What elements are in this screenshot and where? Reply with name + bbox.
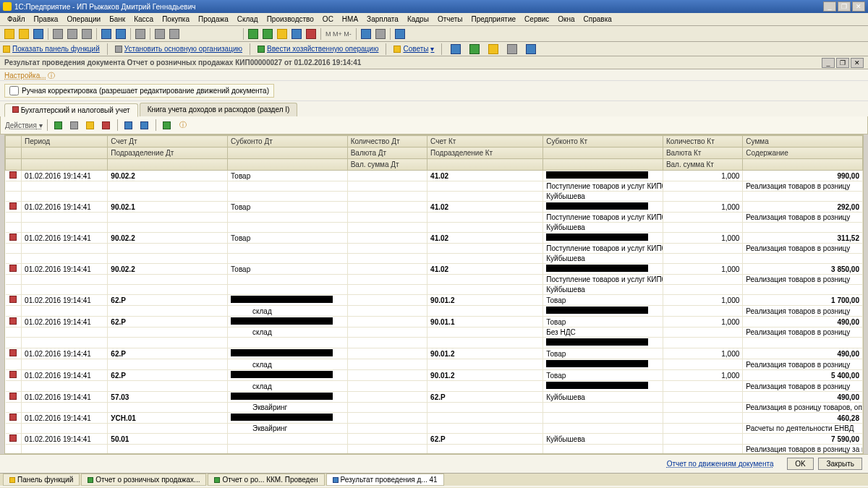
table-row[interactable]: 01.02.2016 19:14:41 50.01 62.Р Куйбышева…	[6, 434, 863, 445]
table-row[interactable]: 01.02.2016 19:14:41 90.02.2 Товар 41.02 …	[6, 233, 863, 244]
table-row[interactable]: Куйбышева	[6, 192, 863, 202]
table-row[interactable]: 01.02.2016 19:14:41 57.03 62.Р Куйбышева…	[6, 392, 863, 403]
link-tips[interactable]: Советы ▾	[393, 45, 434, 53]
tb-a4[interactable]	[290, 27, 303, 40]
table-row[interactable]: Поступление товаров и услуг КИП00000071 …	[6, 275, 863, 285]
manual-correction-input[interactable]	[9, 86, 19, 95]
grid-up[interactable]	[122, 119, 135, 132]
tb-undo[interactable]	[100, 27, 113, 40]
tab-accounting[interactable]: Бухгалтерский и налоговый учет	[4, 103, 138, 117]
tb-a2[interactable]	[261, 27, 274, 40]
btab-panel[interactable]: Панель функций	[3, 474, 80, 486]
menu-spravka[interactable]: Справка	[579, 14, 616, 25]
tb-a5[interactable]	[305, 27, 318, 40]
tb-a1[interactable]	[247, 27, 260, 40]
tb-c2[interactable]	[468, 43, 481, 56]
doc-restore[interactable]: ❐	[836, 58, 849, 68]
minimize-button[interactable]: _	[823, 1, 836, 12]
table-row[interactable]: Поступление товаров и услуг КИП00000256 …	[6, 244, 863, 254]
table-row[interactable]: 01.02.2016 19:14:41 90.02.2 Товар 41.02 …	[6, 264, 863, 275]
maximize-button[interactable]: ❐	[838, 1, 851, 12]
link-oper[interactable]: Ввести хозяйственную операцию	[258, 45, 378, 53]
table-row[interactable]: Куйбышева	[6, 254, 863, 264]
menu-proizvodstvo[interactable]: Производство	[263, 14, 318, 25]
menu-okna[interactable]: Окна	[553, 14, 579, 25]
grid-add[interactable]	[52, 119, 65, 132]
tb-help[interactable]	[393, 27, 407, 40]
table-row[interactable]: 01.02.2016 19:14:41 62.Р 90.01.2 Товар 1…	[6, 295, 863, 306]
table-row[interactable]	[6, 338, 863, 348]
doc-minimize[interactable]: _	[822, 58, 835, 68]
close-button[interactable]: Закрыть	[818, 458, 862, 470]
ok-button[interactable]: OK	[787, 458, 813, 470]
table-row[interactable]: Эквайринг Реализация в розницу товаров, …	[6, 403, 863, 413]
tb-paste[interactable]	[80, 27, 93, 40]
menu-predpriyatie[interactable]: Предприятие	[467, 14, 520, 25]
tb-new[interactable]	[3, 27, 16, 40]
table-row[interactable]: 01.02.2016 19:14:41 УСН.01 460,28	[6, 413, 863, 424]
link-panel[interactable]: Показать панель функций	[3, 45, 100, 53]
tb-save[interactable]	[32, 27, 45, 40]
table-row[interactable]: 01.02.2016 19:14:41 90.02.2 Товар 41.02 …	[6, 171, 863, 181]
table-row[interactable]: Реализация товаров в розницу за наличную…	[6, 445, 863, 455]
btab-report2[interactable]: Отчет о ро... ККМ. Проведен	[208, 474, 324, 486]
tb-search[interactable]	[134, 27, 147, 40]
grid-copy[interactable]	[68, 119, 81, 132]
tb-redo[interactable]	[114, 27, 127, 40]
doc-close[interactable]: ✕	[851, 58, 864, 68]
btab-report1[interactable]: Отчет о розничных продажах...	[81, 474, 206, 486]
grid-down[interactable]	[138, 119, 151, 132]
menu-file[interactable]: Файл	[3, 14, 30, 25]
menu-bank[interactable]: Банк	[105, 14, 129, 25]
menu-edit[interactable]: Правка	[30, 14, 63, 25]
table-row[interactable]: Поступление товаров и услуг КИП00000130 …	[6, 213, 863, 223]
report-link[interactable]: Отчет по движениям документа	[667, 460, 774, 468]
menu-servis[interactable]: Сервис	[520, 14, 553, 25]
tb-c4[interactable]	[506, 43, 519, 56]
menu-kassa[interactable]: Касса	[129, 14, 158, 25]
menu-kadry[interactable]: Кадры	[403, 14, 433, 25]
tb-c1[interactable]	[449, 43, 462, 56]
tb-cut[interactable]	[51, 27, 64, 40]
tb-copy[interactable]	[66, 27, 79, 40]
tb-b1[interactable]	[359, 27, 373, 40]
table-row[interactable]: склад Без НДС Реализация товаров в розни…	[6, 328, 863, 338]
table-row[interactable]: Куйбышева	[6, 223, 863, 233]
grid-edit[interactable]	[84, 119, 97, 132]
tb-b2[interactable]	[374, 27, 387, 40]
grid-container[interactable]: Период Счет Дт Субконто Дт Количество Дт…	[4, 134, 864, 454]
menu-nma[interactable]: НМА	[338, 14, 362, 25]
table-row[interactable]: склад Реализация товаров в розницу	[6, 306, 863, 317]
tb-c3[interactable]	[487, 43, 500, 56]
tb-open[interactable]	[17, 27, 30, 40]
table-row[interactable]: 01.02.2016 19:14:41 62.Р 90.01.1 Товар 1…	[6, 317, 863, 328]
table-row[interactable]: склад Реализация товаров в розницу	[6, 381, 863, 392]
table-row[interactable]: Куйбышева	[6, 285, 863, 295]
menu-os[interactable]: ОС	[318, 14, 338, 25]
manual-correction-checkbox[interactable]: Ручная корректировка (разрешает редактир…	[4, 84, 274, 98]
table-row[interactable]: 01.02.2016 19:14:41 62.Р 90.01.2 Товар 1…	[6, 370, 863, 381]
btab-result[interactable]: Результат проведения д... 41	[326, 474, 444, 486]
link-org[interactable]: Установить основную организацию	[115, 45, 242, 53]
close-button[interactable]: ✕	[852, 1, 865, 12]
tb-c5[interactable]	[524, 43, 537, 56]
tb-calc[interactable]	[153, 27, 166, 40]
actions-menu[interactable]: Действия ▾	[5, 121, 43, 129]
table-row[interactable]: Эквайринг Расчеты по деятельности ЕНВД	[6, 424, 863, 434]
grid-refresh[interactable]	[161, 119, 174, 132]
table-row[interactable]: 01.02.2016 19:14:41 62.Р 90.01.2 Товар 1…	[6, 348, 863, 359]
tb-calendar[interactable]	[168, 27, 181, 40]
grid-help[interactable]: ⓘ	[176, 119, 190, 132]
menu-operations[interactable]: Операции	[62, 14, 105, 25]
grid-del[interactable]	[100, 119, 113, 132]
menu-otchety[interactable]: Отчеты	[433, 14, 467, 25]
table-row[interactable]: Поступление товаров и услуг КИП00000531 …	[6, 181, 863, 192]
menu-pokupka[interactable]: Покупка	[158, 14, 194, 25]
menu-prodazha[interactable]: Продажа	[194, 14, 233, 25]
table-row[interactable]: 01.02.2016 19:14:41 90.02.1 Товар 41.02 …	[6, 202, 863, 213]
menu-sklad[interactable]: Склад	[233, 14, 263, 25]
settings-link[interactable]: Настройка...	[4, 72, 46, 80]
table-row[interactable]: склад Реализация товаров в розницу	[6, 359, 863, 370]
tab-income-book[interactable]: Книга учета доходов и расходов (раздел I…	[140, 103, 298, 116]
tb-a3[interactable]	[276, 27, 289, 40]
